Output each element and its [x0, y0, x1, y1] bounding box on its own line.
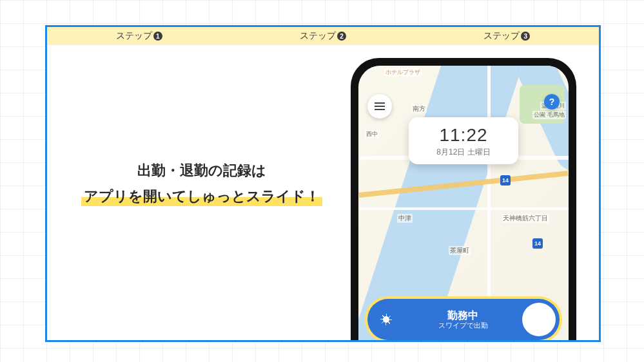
clock-date: 8月12日 土曜日 [415, 147, 512, 158]
step-3: ステップ 3 [415, 27, 599, 45]
map-label-park: 公園 毛馬地 [532, 111, 566, 119]
step-2: ステップ 2 [231, 27, 415, 45]
clock-time: 11:22 [415, 125, 512, 146]
clock-card: 11:22 8月12日 土曜日 [409, 117, 518, 164]
sun-icon [380, 314, 392, 325]
help-button[interactable]: ? [544, 94, 560, 110]
route-badge-14: 14 [500, 175, 511, 186]
route-badge-14: 14 [532, 238, 543, 249]
slider-text: 勤務中 スワイプで出勤 [404, 309, 522, 330]
step-1-number: 1 [153, 32, 162, 41]
step-1: ステップ 1 [47, 27, 231, 45]
step-3-number: 3 [521, 32, 530, 41]
step-2-number: 2 [337, 32, 346, 41]
map-label-hotel: ホテルプラザ [384, 68, 422, 77]
slider-knob[interactable] [522, 303, 556, 336]
step-2-label: ステップ [300, 30, 336, 42]
content-area: 出勤・退勤の記録は アプリを開いてしゅっとスライド！ ホテルプラザ 南方 中津 … [47, 45, 599, 340]
slider-subtitle: スワイプで出勤 [404, 321, 522, 330]
map-label-south: 南方 [411, 104, 427, 113]
map-label-chayamachi: 茶屋町 [449, 246, 471, 255]
clock-in-slider[interactable]: 勤務中 スワイプで出勤 [367, 299, 560, 340]
phone-mockup: ホテルプラザ 南方 中津 茶屋町 天神橋筋六丁目 淀川河川 公園 毛馬地 大阪駅… [351, 58, 576, 342]
marketing-copy: 出勤・退勤の記録は アプリを開いてしゅっとスライド！ [73, 161, 331, 206]
copy-line-1: 出勤・退勤の記録は [73, 161, 331, 180]
copy-line-2-highlighted: アプリを開いてしゅっとスライド！ [81, 187, 322, 206]
step-bar: ステップ 1 ステップ 2 ステップ 3 [47, 27, 599, 45]
map-road [358, 207, 569, 210]
menu-button[interactable] [367, 94, 392, 119]
tutorial-frame: ステップ 1 ステップ 2 ステップ 3 出勤・退勤の記録は アプリを開いてしゅ… [45, 25, 601, 342]
phone-screen: ホテルプラザ 南方 中津 茶屋町 天神橋筋六丁目 淀川河川 公園 毛馬地 大阪駅… [358, 66, 569, 342]
slider-title: 勤務中 [404, 309, 522, 321]
step-1-label: ステップ [116, 30, 152, 42]
step-3-label: ステップ [483, 30, 520, 42]
map-label-nakatsu: 中津 [397, 214, 413, 223]
map-label-tenjin: 天神橋筋六丁目 [502, 214, 549, 223]
map-label-nishinaka: 西中 [365, 130, 379, 138]
